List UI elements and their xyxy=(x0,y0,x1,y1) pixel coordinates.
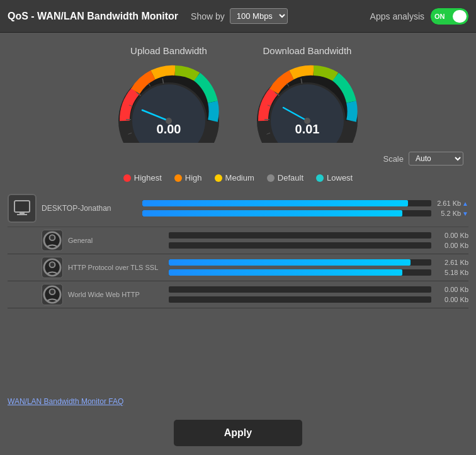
legend-label-high: High xyxy=(185,173,202,183)
legend-row: Highest High Medium Default Lowest xyxy=(0,168,476,188)
device-row-desktop: DESKTOP-Jonathan 2.61 Kb ▲ xyxy=(8,190,468,227)
https-download-value: 5.18 Kb xyxy=(434,269,468,276)
upload-gauge-wrapper: 0.00 xyxy=(112,61,225,143)
faq-link[interactable]: WAN/LAN Bandwidth Monitor FAQ xyxy=(0,392,476,411)
scale-select[interactable]: Auto 1 Mbps 10 Mbps 100 Mbps xyxy=(409,152,463,166)
apply-section: Apply xyxy=(0,411,476,455)
https-icon-svg xyxy=(42,257,62,278)
http-download-bar-row: 0.00 Kb xyxy=(169,296,468,303)
apps-analysis-label: Apps analysis xyxy=(370,11,424,21)
general-download-value: 0.00 Kb xyxy=(434,242,468,249)
legend-label-default: Default xyxy=(278,173,303,183)
desktop-icon xyxy=(8,194,37,223)
svg-point-30 xyxy=(50,235,55,240)
page-title: QoS - WAN/LAN Bandwidth Monitor xyxy=(8,11,178,22)
general-bars: 0.00 Kb 0.00 Kb xyxy=(169,232,468,249)
http-upload-bar-row: 0.00 Kb xyxy=(169,286,468,293)
desktop-download-bar-row: 5.2 Kb ▼ xyxy=(142,210,468,217)
http-icon-svg xyxy=(42,284,62,305)
general-upload-bar-track xyxy=(169,232,431,239)
legend-dot-highest xyxy=(123,174,131,182)
general-app-icon xyxy=(42,230,63,251)
app-row-http: World Wide Web HTTP 0.00 Kb 0.00 Kb xyxy=(8,281,468,308)
desktop-upload-value: 2.61 Kb ▲ xyxy=(434,199,468,207)
legend-dot-lowest xyxy=(316,174,324,182)
legend-label-highest: Highest xyxy=(134,173,162,183)
https-app-icon xyxy=(42,257,63,278)
https-upload-bar-track xyxy=(169,259,431,266)
toggle-knob xyxy=(453,10,467,23)
https-download-bar-track xyxy=(169,269,431,276)
http-upload-bar-track xyxy=(169,286,431,293)
scale-row: Scale Auto 1 Mbps 10 Mbps 100 Mbps xyxy=(0,149,476,168)
https-upload-bar-row: 2.61 Kb xyxy=(169,259,468,266)
app-row-https: HTTP Protocol over TLS SSL 2.61 Kb 5.18 xyxy=(8,254,468,281)
svg-point-34 xyxy=(50,289,55,295)
download-gauge-title: Download Bandwidth xyxy=(263,45,352,56)
legend-label-medium: Medium xyxy=(225,173,254,183)
legend-medium: Medium xyxy=(215,173,254,183)
http-upload-value: 0.00 Kb xyxy=(434,286,468,293)
svg-rect-26 xyxy=(14,201,30,212)
general-upload-value: 0.00 Kb xyxy=(434,232,468,239)
https-download-bar-row: 5.18 Kb xyxy=(169,269,468,276)
scale-label: Scale xyxy=(383,154,404,164)
download-gauge-container: Download Bandwidth xyxy=(251,45,364,143)
download-gauge-value: 0.01 xyxy=(295,122,320,137)
gauges-section: Upload Bandwidth xyxy=(0,33,476,149)
legend-dot-high xyxy=(174,174,182,182)
https-upload-value: 2.61 Kb xyxy=(434,259,468,266)
desktop-download-bar-track xyxy=(142,210,431,216)
https-app-name: HTTP Protocol over TLS SSL xyxy=(68,264,169,271)
legend-lowest: Lowest xyxy=(316,173,353,183)
desktop-bars: 2.61 Kb ▲ 5.2 Kb ▼ xyxy=(142,199,468,217)
http-download-value: 0.00 Kb xyxy=(434,296,468,303)
svg-point-32 xyxy=(50,262,55,267)
desktop-name: DESKTOP-Jonathan xyxy=(42,204,142,213)
app-row-general: General 0.00 Kb 0.00 Kb xyxy=(8,227,468,254)
https-bars: 2.61 Kb 5.18 Kb xyxy=(169,259,468,276)
https-upload-bar-fill xyxy=(169,259,411,266)
general-download-bar-row: 0.00 Kb xyxy=(169,242,468,249)
upload-arrow-icon: ▲ xyxy=(462,200,468,207)
show-by-select[interactable]: 100 Mbps 10 Mbps 1 Gbps xyxy=(230,8,288,24)
monitor-icon xyxy=(13,199,31,217)
desktop-download-bar-fill xyxy=(142,210,402,216)
desktop-upload-bar-row: 2.61 Kb ▲ xyxy=(142,199,468,207)
legend-default: Default xyxy=(267,173,303,183)
general-icon-svg xyxy=(42,230,62,250)
upload-gauge-title: Upload Bandwidth xyxy=(130,45,207,56)
app-container: QoS - WAN/LAN Bandwidth Monitor Show by … xyxy=(0,0,476,455)
apps-analysis-section: Apps analysis ON xyxy=(370,8,468,25)
apps-analysis-toggle[interactable]: ON xyxy=(431,8,468,25)
legend-label-lowest: Lowest xyxy=(327,173,353,183)
http-app-name: World Wide Web HTTP xyxy=(68,291,169,298)
upload-gauge-container: Upload Bandwidth xyxy=(112,45,225,143)
header: QoS - WAN/LAN Bandwidth Monitor Show by … xyxy=(0,0,476,33)
desktop-upload-bar-track xyxy=(142,200,431,206)
http-bars: 0.00 Kb 0.00 Kb xyxy=(169,286,468,303)
upload-gauge-value: 0.00 xyxy=(157,122,181,137)
http-app-icon xyxy=(42,284,63,305)
desktop-upload-bar-fill xyxy=(142,200,408,206)
download-gauge-wrapper: 0.01 xyxy=(251,61,364,143)
desktop-download-value: 5.2 Kb ▼ xyxy=(434,210,468,217)
general-download-bar-track xyxy=(169,242,431,249)
legend-high: High xyxy=(174,173,202,183)
device-list: DESKTOP-Jonathan 2.61 Kb ▲ xyxy=(0,188,476,392)
https-download-bar-fill xyxy=(169,269,402,276)
legend-dot-default xyxy=(267,174,275,182)
general-app-name: General xyxy=(68,237,169,244)
download-arrow-icon: ▼ xyxy=(462,210,468,217)
legend-dot-medium xyxy=(215,174,222,182)
show-by-label: Show by xyxy=(191,11,225,21)
http-download-bar-track xyxy=(169,296,431,303)
svg-rect-28 xyxy=(17,214,27,215)
svg-rect-27 xyxy=(20,212,25,214)
general-upload-bar-row: 0.00 Kb xyxy=(169,232,468,239)
apply-button[interactable]: Apply xyxy=(174,420,302,446)
legend-highest: Highest xyxy=(123,173,162,183)
